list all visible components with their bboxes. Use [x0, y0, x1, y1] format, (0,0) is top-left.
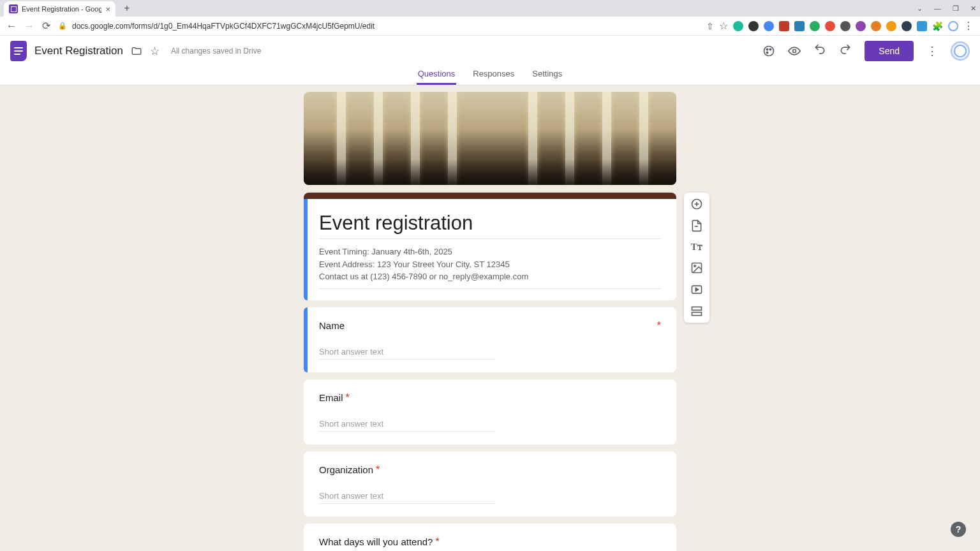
question-card[interactable]: Email*Short answer text [304, 379, 676, 444]
url-text: docs.google.com/forms/d/1g0_Em44HqaFTVpk… [72, 22, 375, 31]
tab-questions[interactable]: Questions [417, 66, 457, 85]
minimize-button[interactable]: — [934, 4, 941, 13]
ext-icon-8[interactable] [840, 21, 850, 31]
svg-point-10 [694, 265, 696, 267]
question-label[interactable]: Name [319, 320, 345, 332]
ext-icon-3[interactable] [764, 21, 774, 31]
undo-icon[interactable] [813, 45, 826, 57]
bookmark-star-icon[interactable]: ☆ [719, 20, 728, 32]
question-label[interactable]: Organization [319, 464, 373, 476]
required-indicator: * [346, 392, 350, 404]
add-question-icon[interactable] [690, 198, 703, 210]
url-actions: ⇧ ☆ 🧩 ⋮ [706, 20, 974, 32]
browser-toolbar: ← → ⟳ 🔒 docs.google.com/forms/d/1g0_Em44… [0, 17, 980, 36]
chevron-down-icon[interactable]: ⌄ [917, 4, 923, 13]
tab-title-text: Event Registration - Google Form [22, 5, 101, 13]
add-title-icon[interactable]: Tᴛ [691, 241, 702, 253]
ext-icon-11[interactable] [886, 21, 896, 31]
svg-point-2 [770, 48, 772, 50]
form-title-input[interactable]: Event registration [319, 212, 661, 239]
back-button[interactable]: ← [6, 20, 17, 32]
more-menu-icon[interactable]: ⋮ [926, 44, 938, 58]
import-questions-icon[interactable] [690, 219, 703, 232]
svg-marker-12 [695, 288, 698, 291]
close-tab-icon[interactable]: × [105, 4, 110, 14]
close-window-button[interactable]: ✕ [970, 4, 976, 13]
question-card[interactable]: Name*Short answer text [304, 307, 676, 372]
svg-rect-14 [692, 312, 702, 316]
new-tab-button[interactable]: + [119, 2, 135, 15]
form-header-image[interactable] [304, 92, 676, 185]
move-folder-icon[interactable] [131, 45, 142, 57]
add-section-icon[interactable] [690, 305, 703, 318]
ext-icon-2[interactable] [748, 21, 759, 31]
active-tab[interactable]: Event Registration - Google Form × [4, 1, 115, 17]
theme-palette-icon[interactable] [762, 45, 775, 57]
star-icon[interactable]: ☆ [150, 45, 160, 58]
desc-line-3: Contact us at (123) 456-7890 or no_reply… [319, 270, 661, 283]
svg-rect-13 [692, 307, 702, 310]
form-title-card[interactable]: Event registration Event Timing: January… [304, 193, 676, 300]
window-controls: ⌄ — ❐ ✕ [917, 4, 976, 13]
ext-icon-13[interactable] [917, 21, 927, 31]
ext-icon-10[interactable] [871, 21, 881, 31]
answer-placeholder: Short answer text [319, 347, 494, 360]
account-avatar[interactable] [951, 41, 970, 61]
document-title[interactable]: Event Registration [34, 45, 123, 57]
preview-eye-icon[interactable] [788, 45, 801, 57]
ext-icon-5[interactable] [794, 21, 805, 31]
reload-button[interactable]: ⟳ [42, 20, 50, 32]
browser-tab-strip: Event Registration - Google Form × + ⌄ —… [0, 0, 980, 17]
ext-icon-12[interactable] [902, 21, 912, 31]
svg-point-3 [767, 52, 769, 54]
forward-button[interactable]: → [24, 20, 34, 32]
form-description[interactable]: Event Timing: January 4th-6th, 2025 Even… [319, 246, 661, 289]
required-indicator: * [435, 536, 439, 548]
question-label[interactable]: Email [319, 392, 343, 404]
floating-toolbar: Tᴛ [684, 193, 709, 323]
address-bar[interactable]: 🔒 docs.google.com/forms/d/1g0_Em44HqaFTV… [58, 22, 699, 31]
redo-icon[interactable] [839, 45, 852, 57]
answer-placeholder: Short answer text [319, 419, 494, 432]
forms-header: Event Registration ☆ All changes saved i… [0, 36, 980, 66]
extensions-puzzle-icon[interactable]: 🧩 [932, 21, 943, 31]
google-forms-logo[interactable] [10, 41, 27, 61]
answer-placeholder: Short answer text [319, 491, 494, 504]
add-image-icon[interactable] [690, 261, 703, 274]
ext-icon-1[interactable] [733, 21, 743, 31]
question-label[interactable]: What days will you attend? [319, 536, 433, 548]
ext-icon-7[interactable] [825, 21, 835, 31]
ext-icon-4[interactable] [779, 21, 789, 31]
share-icon[interactable]: ⇧ [706, 21, 714, 31]
ext-icon-9[interactable] [856, 21, 866, 31]
svg-point-1 [767, 48, 769, 50]
tab-settings[interactable]: Settings [531, 66, 563, 85]
required-indicator: * [657, 320, 661, 332]
svg-point-0 [764, 47, 774, 56]
form-canvas: Event registration Event Timing: January… [0, 85, 980, 551]
desc-line-1: Event Timing: January 4th-6th, 2025 [319, 246, 661, 258]
tab-responses[interactable]: Responses [471, 66, 516, 85]
lock-icon: 🔒 [58, 22, 67, 30]
svg-point-4 [793, 50, 796, 53]
maximize-button[interactable]: ❐ [953, 4, 959, 13]
required-indicator: * [376, 464, 380, 476]
form-tab-bar: Questions Responses Settings [0, 66, 980, 85]
browser-menu-icon[interactable]: ⋮ [963, 20, 974, 32]
save-status-text: All changes saved in Drive [171, 47, 261, 55]
ext-icon-6[interactable] [810, 21, 820, 31]
send-button[interactable]: Send [865, 41, 914, 61]
add-video-icon[interactable] [690, 283, 703, 296]
profile-avatar-small[interactable] [948, 21, 958, 31]
question-card[interactable]: What days will you attend?* [304, 524, 676, 552]
question-card[interactable]: Organization*Short answer text [304, 452, 676, 517]
forms-favicon [9, 4, 18, 13]
desc-line-2: Event Address: 123 Your Street Your City… [319, 258, 661, 271]
help-button[interactable]: ? [951, 522, 966, 537]
